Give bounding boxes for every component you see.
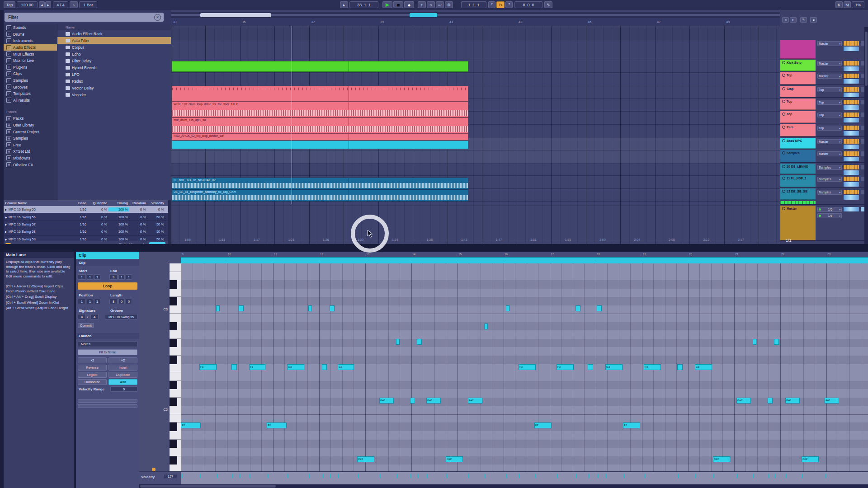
- track-color-strip[interactable]: Perc: [780, 124, 816, 136]
- tempo-field[interactable]: 120.00: [17, 1, 38, 8]
- midi-note[interactable]: G3: [287, 364, 304, 370]
- arrangement-clip[interactable]: [172, 141, 468, 149]
- track-color-strip[interactable]: 12 DE_SE_SE: [780, 188, 816, 200]
- session-record-button[interactable]: ○: [427, 1, 435, 8]
- black-key[interactable]: [170, 322, 177, 331]
- white-key[interactable]: [170, 414, 181, 423]
- sidebar-item-drums[interactable]: ♪Drums: [4, 31, 57, 38]
- tool-button-invert[interactable]: Invert: [108, 365, 137, 371]
- quantization-menu[interactable]: 1 Bar: [79, 1, 97, 8]
- groove-velocity-cell[interactable]: 50 %: [147, 230, 165, 234]
- end-bars-field[interactable]: 9: [109, 274, 118, 280]
- nudge-up-button[interactable]: ▸: [45, 1, 51, 8]
- velocity-marker[interactable]: [380, 474, 381, 478]
- arrangement-clip[interactable]: [172, 86, 468, 102]
- velocity-marker[interactable]: [713, 474, 714, 478]
- black-key[interactable]: [170, 440, 177, 448]
- velocity-marker[interactable]: [396, 474, 397, 478]
- track-header[interactable]: TopTop▾: [780, 99, 868, 110]
- vertical-scrollbar-thumb[interactable]: [865, 32, 868, 86]
- master-out-selector[interactable]: 1/5▾: [817, 207, 842, 212]
- midi-note[interactable]: [576, 305, 580, 311]
- loop-button[interactable]: ↻: [496, 1, 505, 8]
- velocity-marker[interactable]: [250, 474, 250, 478]
- velocity-marker[interactable]: [588, 474, 589, 478]
- midi-note[interactable]: G3: [605, 364, 623, 370]
- capture-midi-button[interactable]: ⚙: [445, 1, 453, 8]
- track-activator-icon[interactable]: [782, 100, 785, 103]
- track-activator-icon[interactable]: [782, 61, 785, 64]
- track-activator-icon[interactable]: [782, 139, 785, 142]
- velocity-marker[interactable]: [330, 474, 331, 478]
- midi-note[interactable]: A#2: [468, 398, 482, 404]
- white-key[interactable]: [170, 406, 181, 414]
- midi-note[interactable]: [417, 339, 422, 345]
- midi-note[interactable]: F3: [249, 364, 265, 370]
- sidebar-item-audio-effects[interactable]: ♪Audio Effects: [4, 44, 57, 51]
- record-button[interactable]: ●: [404, 1, 414, 8]
- midi-note[interactable]: F2: [623, 422, 640, 428]
- tool-button-humanize[interactable]: Humanize: [78, 379, 107, 385]
- device-item-echo[interactable]: Echo: [57, 51, 171, 57]
- sidebar-item-max-for-live[interactable]: ♪Max for Live: [4, 57, 57, 64]
- groove-play-icon[interactable]: ▶: [5, 238, 7, 241]
- output-routing-selector[interactable]: Samples▾: [817, 165, 842, 170]
- velocity-marker[interactable]: [417, 474, 418, 478]
- midi-note[interactable]: [239, 305, 244, 311]
- output-routing-selector[interactable]: Master▾: [817, 61, 842, 66]
- track-header[interactable]: Master▾: [780, 40, 868, 59]
- track-activator-icon[interactable]: [782, 113, 785, 116]
- track-volume-field[interactable]: [844, 177, 859, 181]
- groove-play-icon[interactable]: ▶: [5, 208, 7, 211]
- white-key[interactable]: [170, 448, 181, 456]
- overdub-button[interactable]: +: [418, 1, 426, 8]
- velocity-marker[interactable]: [535, 474, 536, 478]
- midi-note[interactable]: [308, 305, 312, 311]
- output-routing-selector[interactable]: Samples▾: [817, 177, 842, 182]
- groove-row[interactable]: ▶MPC 16 Swing 551/160 %100 %0 %0 %: [4, 206, 168, 213]
- track-volume-field[interactable]: [844, 113, 859, 117]
- sidebar-place-packs[interactable]: ▤Packs: [4, 115, 57, 122]
- black-key[interactable]: [170, 339, 177, 347]
- midi-note[interactable]: G#2: [736, 398, 751, 404]
- midi-note[interactable]: G#2: [379, 398, 394, 404]
- black-key[interactable]: [170, 280, 177, 289]
- track-activator-icon[interactable]: [782, 177, 785, 180]
- device-item-vocoder[interactable]: Vocoder: [57, 91, 171, 98]
- tool-button-legato[interactable]: Legato: [78, 372, 107, 378]
- midi-note[interactable]: F3: [519, 364, 536, 370]
- output-routing-selector[interactable]: Top▾: [817, 126, 842, 131]
- white-key[interactable]: [170, 364, 181, 373]
- midi-map-button[interactable]: M: [844, 1, 851, 8]
- tap-tempo-button[interactable]: Tap: [4, 1, 15, 8]
- tool-button--2[interactable]: ×2: [78, 357, 107, 363]
- black-key[interactable]: [170, 356, 177, 364]
- sidebar-item-sounds[interactable]: ♪Sounds: [4, 24, 57, 31]
- midi-note[interactable]: [597, 305, 602, 311]
- device-item-vector-delay[interactable]: Vector Delay: [57, 84, 171, 91]
- sidebar-item-templates[interactable]: ♪Templates: [4, 90, 57, 97]
- groove-quantize-cell[interactable]: 0 %: [88, 222, 108, 226]
- commit-groove-button[interactable]: Commit: [78, 323, 94, 328]
- midi-note[interactable]: [410, 398, 415, 404]
- launch-section-header[interactable]: Launch: [76, 333, 139, 339]
- midi-note[interactable]: A#2: [825, 398, 839, 404]
- overview-loop-segment[interactable]: [410, 13, 437, 17]
- velocity-marker[interactable]: [774, 474, 775, 478]
- track-color-strip[interactable]: Bass MPC: [780, 138, 816, 149]
- groove-velocity-cell[interactable]: 50 %: [147, 222, 165, 226]
- track-activator-icon[interactable]: [782, 87, 785, 90]
- white-key[interactable]: [170, 347, 181, 356]
- loop-start-field[interactable]: 1. 1. 1: [461, 1, 486, 8]
- roll-grid[interactable]: F3F3G3G3F3F3G3F3G3G#2G#2A#2G#2G#2A#2F2F2…: [181, 263, 868, 471]
- groove-quantize-cell[interactable]: 0 %: [88, 230, 108, 234]
- loop-toggle[interactable]: Loop: [78, 282, 137, 290]
- track-header[interactable]: 12 DE_SE_SESamples▾: [780, 188, 868, 200]
- clip-panel-scrollbar[interactable]: [78, 399, 137, 403]
- length-bars-field[interactable]: 8: [109, 299, 118, 304]
- arrangement-grid[interactable]: WER_128_drum_loop_disco_for_the_floor_fu…: [171, 26, 780, 244]
- notes-tool-selector[interactable]: Notes: [78, 341, 137, 347]
- nudge-down-button[interactable]: ◂: [39, 1, 45, 8]
- midi-note[interactable]: F2: [267, 422, 287, 428]
- velocity-marker[interactable]: [239, 474, 240, 478]
